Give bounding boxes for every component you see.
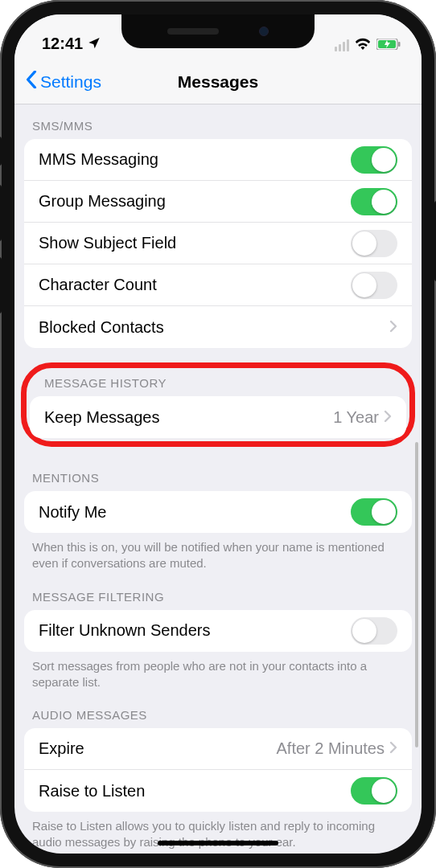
row-label: Expire — [39, 739, 84, 758]
settings-content[interactable]: SMS/MMS MMS Messaging Group Messaging Sh… — [14, 104, 422, 854]
row-expire[interactable]: Expire After 2 Minutes — [24, 728, 412, 770]
battery-icon — [376, 39, 401, 53]
row-label: Notify Me — [39, 503, 106, 522]
section-header-history: MESSAGE HISTORY — [30, 368, 406, 396]
section-history: Keep Messages 1 Year — [30, 396, 406, 438]
section-mentions: Notify Me — [24, 491, 412, 533]
row-label: Filter Unknown Senders — [39, 621, 210, 640]
highlight-ring: MESSAGE HISTORY Keep Messages 1 Year — [21, 362, 415, 447]
row-mms-messaging[interactable]: MMS Messaging — [24, 139, 412, 181]
row-keep-messages[interactable]: Keep Messages 1 Year — [30, 396, 406, 438]
wifi-icon — [355, 38, 371, 53]
section-header-sms: SMS/MMS — [14, 104, 422, 139]
cellular-icon — [335, 39, 349, 51]
notch — [121, 14, 315, 48]
section-header-audio: AUDIO MESSAGES — [14, 694, 422, 728]
toggle-filter-unknown[interactable] — [351, 617, 397, 645]
home-indicator[interactable] — [158, 841, 278, 845]
row-blocked-contacts[interactable]: Blocked Contacts — [24, 306, 412, 348]
section-footer-audio: Raise to Listen allows you to quickly li… — [14, 812, 422, 854]
chevron-right-icon — [389, 739, 397, 758]
chevron-right-icon — [389, 318, 397, 337]
status-time: 12:41 — [42, 35, 83, 53]
toggle-notify-me[interactable] — [351, 498, 397, 526]
row-label: Blocked Contacts — [39, 318, 164, 337]
row-label: Group Messaging — [39, 192, 166, 211]
row-raise-to-listen[interactable]: Raise to Listen — [24, 770, 412, 812]
toggle-mms[interactable] — [351, 146, 397, 174]
toggle-group[interactable] — [351, 188, 397, 215]
back-label: Settings — [40, 72, 101, 92]
toggle-subject[interactable] — [351, 230, 397, 257]
chevron-right-icon — [384, 408, 392, 427]
location-icon — [88, 35, 101, 53]
row-filter-unknown[interactable]: Filter Unknown Senders — [24, 610, 412, 652]
section-filter: Filter Unknown Senders — [24, 610, 412, 652]
scroll-indicator[interactable] — [415, 442, 418, 747]
row-label: Character Count — [39, 276, 157, 294]
row-label: Keep Messages — [44, 408, 159, 427]
phone-screen: 12:41 — [14, 14, 422, 854]
row-label: Raise to Listen — [39, 782, 145, 800]
section-footer-mentions: When this is on, you will be notified wh… — [14, 533, 422, 575]
section-sms: MMS Messaging Group Messaging Show Subje… — [24, 139, 412, 348]
back-button[interactable]: Settings — [14, 71, 101, 92]
chevron-left-icon — [26, 71, 37, 92]
row-label: MMS Messaging — [39, 150, 158, 169]
section-header-filter: MESSAGE FILTERING — [14, 575, 422, 610]
row-notify-me[interactable]: Notify Me — [24, 491, 412, 533]
toggle-raise-listen[interactable] — [351, 777, 397, 805]
section-header-mentions: MENTIONS — [14, 447, 422, 491]
row-value: After 2 Minutes — [276, 739, 385, 758]
row-value: 1 Year — [333, 408, 379, 427]
row-character-count[interactable]: Character Count — [24, 264, 412, 306]
row-show-subject[interactable]: Show Subject Field — [24, 223, 412, 264]
section-audio: Expire After 2 Minutes Raise to Listen — [24, 728, 412, 812]
toggle-char-count[interactable] — [351, 272, 397, 299]
row-label: Show Subject Field — [39, 234, 176, 252]
nav-bar: Settings Messages — [14, 59, 422, 104]
svg-rect-1 — [398, 42, 401, 47]
section-footer-filter: Sort messages from people who are not in… — [14, 652, 422, 694]
row-group-messaging[interactable]: Group Messaging — [24, 181, 412, 223]
